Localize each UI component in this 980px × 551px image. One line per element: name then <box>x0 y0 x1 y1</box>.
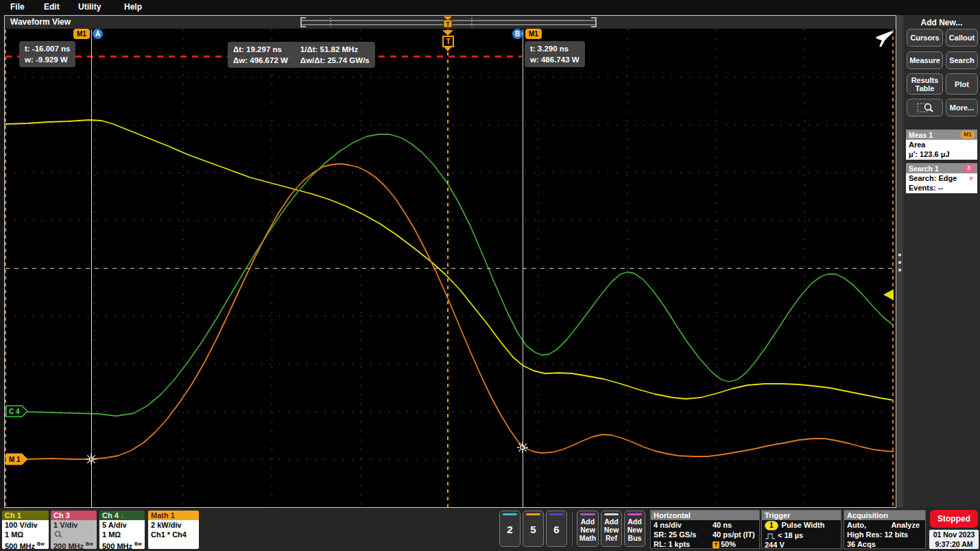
search1-panel[interactable]: Search 1 3 Search: Edge ▼ Events: -- <box>906 163 977 193</box>
cursor-b-line[interactable] <box>523 29 523 507</box>
trigger-source-badge: 1 <box>765 521 778 530</box>
ruler-right-bracket <box>591 18 596 27</box>
meas1-title: Meas 1 <box>909 131 933 139</box>
trigger-level-arrow-icon[interactable] <box>883 289 894 300</box>
search-button[interactable]: Search <box>946 51 978 69</box>
trigger-flag-box: T <box>442 36 454 47</box>
trigger-time-line[interactable] <box>447 29 449 507</box>
channel-5-button[interactable]: 5 <box>523 511 544 547</box>
trigger-flag-arrow-icon <box>442 30 453 36</box>
horizontal-panel[interactable]: Horizontal 4 ns/div40 ns SR: 25 GS/s40 p… <box>650 510 760 549</box>
math1-wave-handle[interactable]: M 1 <box>5 453 29 465</box>
cursor-b-readout: t: 3.290 ns w: 486.743 W <box>525 41 585 67</box>
measure-button[interactable]: Measure <box>907 51 943 69</box>
zoom-area-icon <box>916 101 934 114</box>
menu-help[interactable]: Help <box>124 2 142 12</box>
menu-edit[interactable]: Edit <box>44 2 60 12</box>
math1-power-trace <box>5 164 894 459</box>
ch1-badge[interactable]: Ch 1 100 V/div 1 MΩ 500 MHz Bw <box>2 511 49 549</box>
button-group-divider <box>572 512 573 546</box>
meas1-value: μ': 123.6 μJ <box>909 150 975 160</box>
cursor-b-badge[interactable]: B <box>512 29 523 39</box>
cursor-a-readout: t: -16.007 ns w: -9.929 W <box>19 41 75 67</box>
cursor-a-source-badge[interactable]: M1 <box>73 29 90 39</box>
meas1-type: Area <box>909 140 975 150</box>
more-button[interactable]: More... <box>946 99 978 117</box>
trigger-panel[interactable]: Trigger 1Pulse Width < 18 µs 244 V <box>761 510 841 549</box>
pulse-width-icon <box>765 532 776 540</box>
channel-2-button[interactable]: 2 <box>499 511 521 547</box>
menu-bar: File Edit Utility Help <box>0 0 980 15</box>
cursor-delta-readout: Δt: 19.297 ns 1/Δt: 51.82 MHz Δw: 496.67… <box>228 42 375 68</box>
timeline-overview-ruler[interactable]: T <box>300 16 597 28</box>
oscilloscope-screen: File Edit Utility Help Waveform View T T… <box>0 0 980 551</box>
svg-text:M 1: M 1 <box>9 456 21 463</box>
menu-file[interactable]: File <box>10 2 25 12</box>
add-new-bus-button[interactable]: Add New Bus <box>624 511 645 547</box>
datetime-display: 01 Nov 2023 9:37:20 AM <box>929 530 979 549</box>
trigger-position-label: T <box>446 21 450 27</box>
trigger-flag[interactable]: T <box>442 30 454 51</box>
results-table-button[interactable]: Results Table <box>907 73 943 95</box>
ruler-left-bracket <box>301 18 306 27</box>
add-new-title: Add New... <box>903 18 980 27</box>
search1-title: Search 1 <box>909 164 939 173</box>
trigger-flag-tail-icon <box>444 47 451 51</box>
search1-marker-icon: ▼ <box>968 174 975 184</box>
plot-button[interactable]: Plot <box>946 73 978 95</box>
cursor-a-badge[interactable]: A <box>93 29 103 39</box>
meas1-panel[interactable]: Meas 1 M1 Area μ': 123.6 μJ <box>906 130 977 160</box>
run-stop-button[interactable]: Stopped <box>930 510 978 528</box>
svg-text:C 4: C 4 <box>9 408 20 415</box>
cursors-button[interactable]: Cursors <box>907 29 943 47</box>
ch3-badge[interactable]: Ch 3 1 V/div 200 MHz Bw <box>51 511 97 549</box>
cursor-a-line[interactable] <box>91 29 92 507</box>
ch4-badge[interactable]: Ch 4 ↓ 5 A/div 1 MΩ 500 MHz Bw <box>99 511 145 549</box>
channel-6-button[interactable]: 6 <box>546 511 567 547</box>
add-new-math-button[interactable]: Add New Math <box>577 511 599 547</box>
center-graticule-dashed-line <box>5 268 893 269</box>
search1-events: Events: -- <box>909 184 975 193</box>
search1-type: Search: Edge <box>909 174 957 184</box>
callout-button[interactable]: Callout <box>946 29 978 47</box>
ch4-wave-handle[interactable]: C 4 <box>5 405 29 417</box>
zoom-area-button[interactable] <box>907 99 943 117</box>
acquisition-panel[interactable]: Acquisition Auto,Analyze High Res: 12 bi… <box>844 510 926 549</box>
bottom-bar: Ch 1 100 V/div 1 MΩ 500 MHz Bw Ch 3 1 V/… <box>0 508 980 551</box>
waveform-view-title: Waveform View <box>10 17 71 27</box>
add-new-ref-button[interactable]: Add New Ref <box>601 511 622 547</box>
ch4-arrow-icon: ↓ <box>121 511 125 519</box>
sidebar: Add New... Cursors Callout Measure Searc… <box>903 15 980 508</box>
cursor-b-source-badge[interactable]: M1 <box>525 29 542 39</box>
probe-icon <box>53 530 94 539</box>
math1-badge[interactable]: Math 1 2 kW/div Ch1 * Ch4 <box>148 511 199 549</box>
panel-divider[interactable] <box>896 15 903 508</box>
meas1-source-badge: M1 <box>961 131 975 138</box>
trigger-position-mini-icon: T <box>713 541 719 548</box>
search1-badge: 3 <box>963 164 975 172</box>
menu-utility[interactable]: Utility <box>78 2 101 12</box>
mouse-cursor-icon <box>875 31 893 47</box>
ch4-current-trace <box>5 134 894 416</box>
